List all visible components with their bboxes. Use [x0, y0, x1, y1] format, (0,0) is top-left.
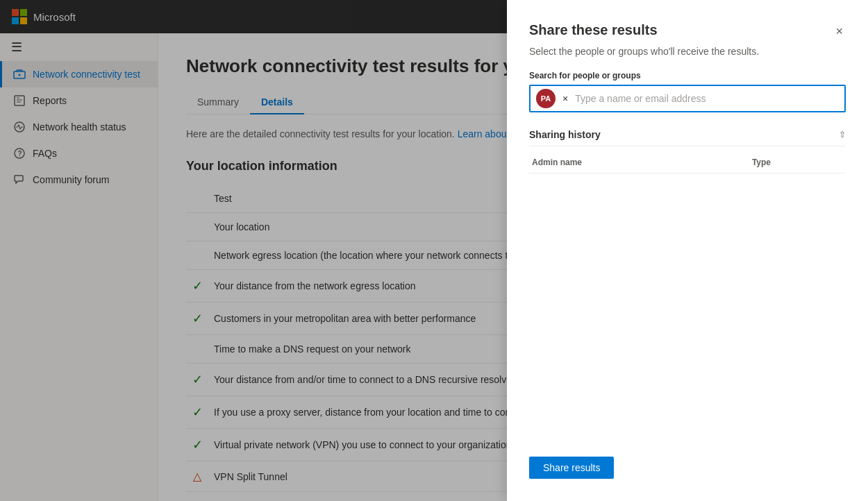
tag-remove-button[interactable]: × — [560, 93, 571, 104]
panel-header: Share these results × — [529, 22, 846, 40]
panel-subtitle: Select the people or groups who'll recei… — [529, 46, 846, 57]
history-table: Admin name Type — [529, 152, 846, 173]
col-admin-name: Admin name — [529, 152, 749, 173]
chevron-up-icon: ⇧ — [839, 130, 846, 139]
close-button[interactable]: × — [833, 22, 846, 40]
panel-footer: Share results — [529, 457, 846, 479]
sharing-history-header[interactable]: Sharing history ⇧ — [529, 129, 846, 146]
search-field: PA × — [529, 85, 846, 112]
panel-title: Share these results — [529, 22, 658, 38]
share-panel: Share these results × Select the people … — [507, 0, 868, 501]
col-type: Type — [749, 152, 846, 173]
share-results-button[interactable]: Share results — [529, 457, 614, 479]
search-label: Search for people or groups — [529, 71, 846, 80]
search-input[interactable] — [575, 93, 839, 104]
selected-person-tag: PA — [536, 89, 556, 108]
sharing-history-title: Sharing history — [529, 129, 601, 140]
